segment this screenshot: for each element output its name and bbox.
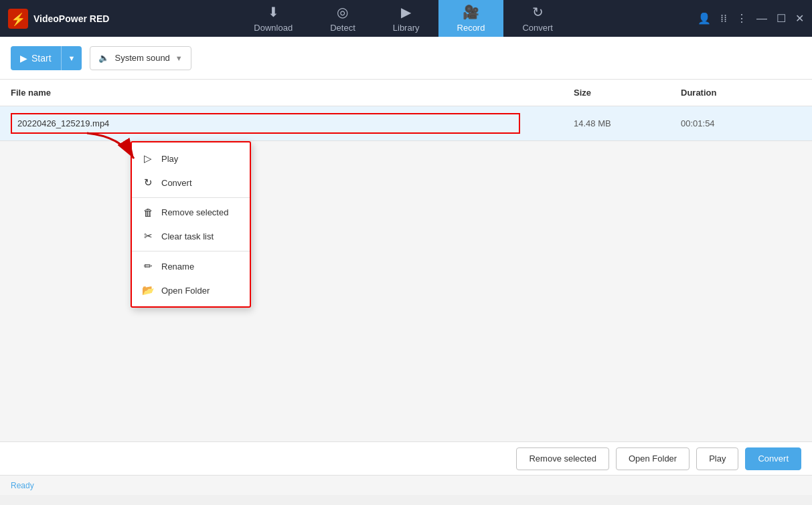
tab-detect-label: Detect (330, 23, 355, 33)
col-duration-header: Duration (681, 88, 801, 98)
bottom-convert-button[interactable]: Convert (745, 447, 801, 470)
sound-label: System sound (114, 53, 169, 63)
context-divider-2 (132, 251, 250, 251)
sound-button[interactable]: 🔈 System sound ▼ (90, 46, 191, 70)
grid-icon[interactable]: ⁞⁞ (720, 12, 727, 25)
size-cell: 14.48 MB (574, 118, 681, 128)
context-convert-label: Convert (161, 178, 192, 188)
context-menu-rename[interactable]: ✏ Rename (132, 254, 250, 278)
trash-icon: 🗑 (141, 207, 155, 218)
tab-convert[interactable]: ↻ Convert (503, 0, 572, 37)
download-icon: ⬇ (268, 4, 279, 20)
tab-library[interactable]: ▶ Library (374, 0, 438, 37)
status-text: Ready (11, 481, 34, 490)
user-icon[interactable]: 👤 (698, 12, 711, 25)
tab-record[interactable]: 🎥 Record (438, 0, 504, 37)
app-logo: ⚡ (8, 9, 28, 29)
tab-download-label: Download (254, 23, 293, 33)
col-filename-header: File name (11, 88, 574, 98)
library-icon: ▶ (401, 4, 411, 20)
nav-tabs: ⬇ Download ◎ Detect ▶ Library 🎥 Record ↻… (235, 0, 572, 37)
sound-icon: 🔈 (98, 53, 109, 63)
titlebar-right: 👤 ⁞⁞ ⋮ — ☐ ✕ (698, 12, 804, 25)
titlebar: ⚡ VideoPower RED ⬇ Download ◎ Detect ▶ L… (0, 0, 812, 37)
table-header: File name Size Duration (0, 80, 812, 106)
close-button[interactable]: ✕ (795, 12, 804, 25)
tab-record-label: Record (457, 23, 485, 33)
context-clear-label: Clear task list (161, 231, 214, 241)
start-main[interactable]: ▶ Start (11, 46, 62, 70)
col-size-header: Size (574, 88, 681, 98)
duration-cell: 00:01:54 (681, 118, 801, 128)
start-label: Start (31, 53, 52, 64)
context-menu-remove[interactable]: 🗑 Remove selected (132, 201, 250, 224)
file-table: File name Size Duration 20220426_125219.… (0, 80, 812, 141)
tab-library-label: Library (393, 23, 420, 33)
clear-icon: ✂ (141, 230, 155, 242)
context-menu-clear[interactable]: ✂ Clear task list (132, 224, 250, 248)
sound-dropdown-arrow: ▼ (175, 54, 183, 62)
tab-convert-label: Convert (522, 23, 553, 33)
detect-icon: ◎ (337, 4, 348, 20)
annotation-arrow (80, 126, 147, 169)
context-rename-label: Rename (161, 262, 194, 272)
maximize-button[interactable]: ☐ (777, 12, 786, 25)
tab-download[interactable]: ⬇ Download (235, 0, 311, 37)
bottom-open-folder-button[interactable]: Open Folder (616, 447, 689, 470)
bottom-toolbar: Remove selected Open Folder Play Convert (0, 441, 812, 475)
context-divider-1 (132, 197, 250, 198)
tab-detect[interactable]: ◎ Detect (311, 0, 374, 37)
folder-icon: 📂 (141, 284, 155, 296)
rename-icon: ✏ (141, 260, 155, 272)
titlebar-left: ⚡ VideoPower RED (8, 9, 109, 29)
empty-area (0, 141, 812, 409)
context-menu-convert[interactable]: ↻ Convert (132, 171, 250, 195)
context-remove-label: Remove selected (161, 207, 228, 217)
svg-text:⚡: ⚡ (11, 12, 26, 27)
context-menu-play[interactable]: ▷ Play (132, 146, 250, 171)
minimize-button[interactable]: — (756, 13, 767, 25)
table-row[interactable]: 20220426_125219.mp4 14.48 MB 00:01:54 ▷ (0, 106, 812, 141)
app-title: VideoPower RED (33, 13, 109, 24)
start-play-icon: ▶ (20, 53, 27, 64)
context-open-folder-label: Open Folder (161, 286, 210, 296)
context-menu-open-folder[interactable]: 📂 Open Folder (132, 278, 250, 302)
start-dropdown-arrow[interactable]: ▼ (62, 46, 82, 70)
more-icon[interactable]: ⋮ (736, 12, 747, 25)
context-menu: ▷ Play ↻ Convert 🗑 Remove selected ✂ Cle… (131, 141, 251, 308)
toolbar: ▶ Start ▼ 🔈 System sound ▼ (0, 37, 812, 80)
convert-ctx-icon: ↻ (141, 177, 155, 189)
content-area: File name Size Duration 20220426_125219.… (0, 80, 812, 441)
convert-icon: ↻ (532, 4, 544, 20)
record-icon: 🎥 (463, 4, 479, 20)
context-play-label: Play (161, 154, 178, 164)
start-button[interactable]: ▶ Start ▼ (11, 46, 82, 70)
bottom-play-button[interactable]: Play (696, 447, 738, 470)
bottom-remove-button[interactable]: Remove selected (516, 447, 608, 470)
statusbar: Ready (0, 475, 812, 495)
